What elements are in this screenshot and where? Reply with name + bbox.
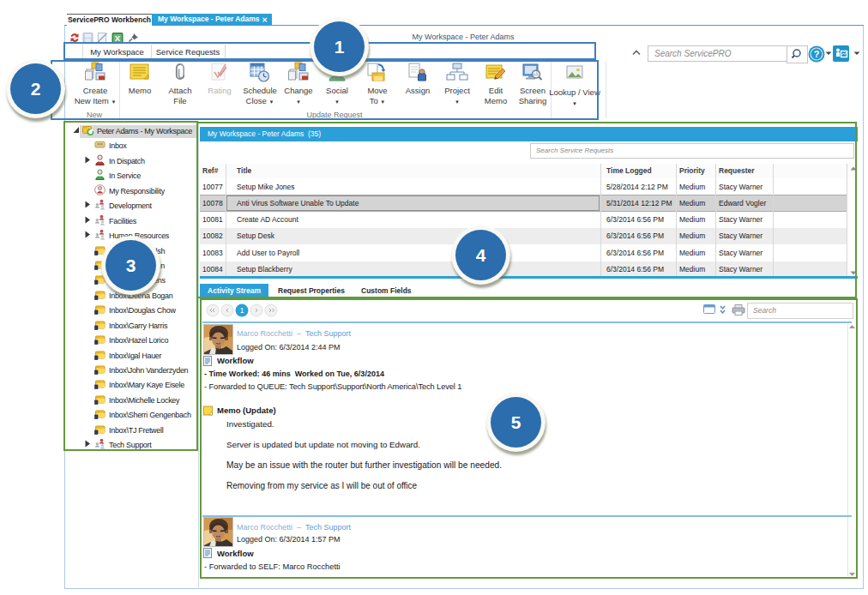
- svg-text:?: ?: [814, 49, 820, 59]
